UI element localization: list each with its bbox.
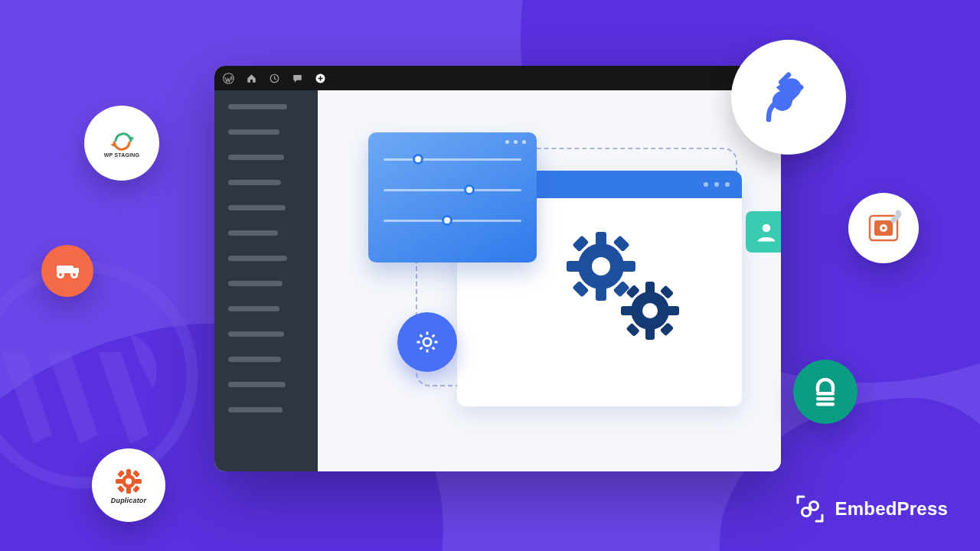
sidebar-item <box>228 306 279 311</box>
svg-rect-10 <box>116 479 122 484</box>
settings-button <box>397 312 457 372</box>
plus-icon <box>314 72 326 84</box>
window-dot <box>714 182 719 187</box>
svg-rect-24 <box>567 261 582 272</box>
svg-point-40 <box>642 303 658 318</box>
backup-badge <box>848 193 919 263</box>
wp-admin-window <box>214 66 781 471</box>
wp-admin-content <box>318 90 781 471</box>
gear-icon <box>413 328 442 357</box>
wordpress-icon <box>222 72 234 84</box>
lock-icon <box>808 375 842 409</box>
wordpress-logo-bg <box>0 260 199 490</box>
svg-rect-15 <box>132 485 140 493</box>
sidebar-item <box>228 155 284 160</box>
svg-point-46 <box>882 227 885 230</box>
user-panel <box>746 211 781 253</box>
svg-rect-13 <box>132 470 140 478</box>
svg-rect-48 <box>816 397 835 401</box>
sidebar-item <box>228 256 287 261</box>
sidebar-item <box>228 230 278 236</box>
updates-icon <box>268 72 280 84</box>
migrate-guru-badge <box>41 245 93 297</box>
svg-rect-33 <box>645 327 655 340</box>
svg-rect-47 <box>816 392 835 396</box>
security-badge <box>793 360 858 424</box>
svg-point-5 <box>59 273 62 276</box>
safe-icon <box>864 209 903 247</box>
gears-illustration <box>532 220 701 358</box>
brand-logo: EmbedPress <box>794 493 948 525</box>
svg-rect-22 <box>596 232 606 247</box>
window-dot <box>725 182 730 187</box>
slider-knob <box>442 215 452 226</box>
slider-row <box>368 174 537 205</box>
wp-admin-sidebar <box>214 90 318 471</box>
svg-rect-4 <box>72 268 79 273</box>
svg-point-20 <box>763 224 771 233</box>
sidebar-item <box>228 129 279 135</box>
comments-icon <box>291 72 303 84</box>
sidebar-item <box>228 104 287 109</box>
truck-icon <box>52 261 83 281</box>
sidebar-item <box>228 382 286 387</box>
duplicator-badge: Duplicator <box>92 448 165 522</box>
duplicator-label: Duplicator <box>111 497 147 504</box>
svg-rect-12 <box>117 470 125 478</box>
refresh-icon <box>106 129 137 152</box>
sidebar-item <box>228 357 281 362</box>
svg-point-16 <box>126 478 132 484</box>
svg-point-41 <box>423 338 431 346</box>
sidebar-item <box>228 281 283 286</box>
plug-icon <box>759 67 818 127</box>
svg-point-6 <box>73 273 76 276</box>
sidebar-item <box>228 331 284 337</box>
slider-knob <box>413 154 423 165</box>
sidebar-item <box>228 407 283 412</box>
brand-name: EmbedPress <box>835 498 948 520</box>
wp-admin-topbar <box>214 66 781 90</box>
sidebar-item <box>228 180 281 185</box>
embedpress-icon <box>794 493 826 525</box>
slider-row <box>368 205 537 236</box>
slider-knob <box>464 184 475 195</box>
duplicator-gear-icon <box>112 466 145 497</box>
svg-rect-25 <box>620 261 635 272</box>
window-dot <box>704 182 708 187</box>
svg-rect-11 <box>135 479 142 484</box>
svg-rect-8 <box>126 469 131 476</box>
plugin-badge <box>731 40 846 155</box>
user-icon <box>755 220 778 243</box>
svg-rect-14 <box>117 485 125 493</box>
svg-rect-23 <box>596 285 606 301</box>
svg-point-30 <box>592 257 610 276</box>
wpstaging-badge: WP STAGING <box>84 106 159 181</box>
home-icon <box>245 72 257 84</box>
slider-panel <box>368 132 537 262</box>
slider-row <box>368 144 537 174</box>
svg-rect-34 <box>621 306 634 315</box>
svg-rect-32 <box>645 282 655 295</box>
wpstaging-label: WP STAGING <box>104 152 139 158</box>
svg-rect-9 <box>126 487 131 494</box>
svg-rect-3 <box>57 266 74 273</box>
sidebar-item <box>228 205 286 210</box>
svg-rect-35 <box>666 306 679 315</box>
svg-rect-49 <box>816 403 835 406</box>
